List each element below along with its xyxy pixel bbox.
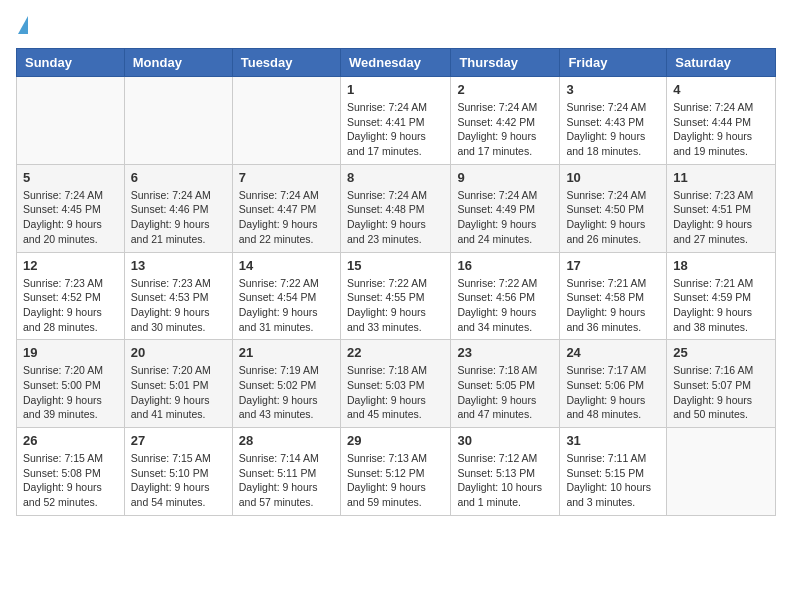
day-number: 27 bbox=[131, 433, 226, 448]
day-info: Sunrise: 7:13 AM Sunset: 5:12 PM Dayligh… bbox=[347, 451, 444, 510]
logo bbox=[16, 16, 28, 36]
day-info: Sunrise: 7:22 AM Sunset: 4:56 PM Dayligh… bbox=[457, 276, 553, 335]
day-number: 30 bbox=[457, 433, 553, 448]
day-info: Sunrise: 7:23 AM Sunset: 4:52 PM Dayligh… bbox=[23, 276, 118, 335]
day-number: 19 bbox=[23, 345, 118, 360]
day-number: 3 bbox=[566, 82, 660, 97]
calendar-header-wednesday: Wednesday bbox=[340, 49, 450, 77]
calendar-cell: 5Sunrise: 7:24 AM Sunset: 4:45 PM Daylig… bbox=[17, 164, 125, 252]
calendar-cell: 21Sunrise: 7:19 AM Sunset: 5:02 PM Dayli… bbox=[232, 340, 340, 428]
day-info: Sunrise: 7:24 AM Sunset: 4:42 PM Dayligh… bbox=[457, 100, 553, 159]
calendar-cell: 9Sunrise: 7:24 AM Sunset: 4:49 PM Daylig… bbox=[451, 164, 560, 252]
calendar-header-monday: Monday bbox=[124, 49, 232, 77]
calendar-cell: 13Sunrise: 7:23 AM Sunset: 4:53 PM Dayli… bbox=[124, 252, 232, 340]
day-number: 13 bbox=[131, 258, 226, 273]
day-info: Sunrise: 7:20 AM Sunset: 5:00 PM Dayligh… bbox=[23, 363, 118, 422]
calendar-cell: 6Sunrise: 7:24 AM Sunset: 4:46 PM Daylig… bbox=[124, 164, 232, 252]
day-number: 21 bbox=[239, 345, 334, 360]
day-number: 31 bbox=[566, 433, 660, 448]
calendar-cell: 7Sunrise: 7:24 AM Sunset: 4:47 PM Daylig… bbox=[232, 164, 340, 252]
day-info: Sunrise: 7:23 AM Sunset: 4:53 PM Dayligh… bbox=[131, 276, 226, 335]
day-number: 9 bbox=[457, 170, 553, 185]
day-number: 26 bbox=[23, 433, 118, 448]
calendar-week-row: 12Sunrise: 7:23 AM Sunset: 4:52 PM Dayli… bbox=[17, 252, 776, 340]
day-number: 11 bbox=[673, 170, 769, 185]
calendar-cell bbox=[124, 77, 232, 165]
day-info: Sunrise: 7:16 AM Sunset: 5:07 PM Dayligh… bbox=[673, 363, 769, 422]
calendar-table: SundayMondayTuesdayWednesdayThursdayFrid… bbox=[16, 48, 776, 516]
day-info: Sunrise: 7:24 AM Sunset: 4:47 PM Dayligh… bbox=[239, 188, 334, 247]
calendar-header-thursday: Thursday bbox=[451, 49, 560, 77]
calendar-cell: 19Sunrise: 7:20 AM Sunset: 5:00 PM Dayli… bbox=[17, 340, 125, 428]
logo-icon bbox=[18, 16, 28, 34]
day-info: Sunrise: 7:24 AM Sunset: 4:43 PM Dayligh… bbox=[566, 100, 660, 159]
calendar-header-tuesday: Tuesday bbox=[232, 49, 340, 77]
day-info: Sunrise: 7:20 AM Sunset: 5:01 PM Dayligh… bbox=[131, 363, 226, 422]
day-number: 17 bbox=[566, 258, 660, 273]
calendar-cell: 24Sunrise: 7:17 AM Sunset: 5:06 PM Dayli… bbox=[560, 340, 667, 428]
calendar-cell: 3Sunrise: 7:24 AM Sunset: 4:43 PM Daylig… bbox=[560, 77, 667, 165]
day-number: 29 bbox=[347, 433, 444, 448]
day-number: 2 bbox=[457, 82, 553, 97]
day-info: Sunrise: 7:15 AM Sunset: 5:10 PM Dayligh… bbox=[131, 451, 226, 510]
calendar-cell: 14Sunrise: 7:22 AM Sunset: 4:54 PM Dayli… bbox=[232, 252, 340, 340]
calendar-cell: 8Sunrise: 7:24 AM Sunset: 4:48 PM Daylig… bbox=[340, 164, 450, 252]
calendar-cell: 1Sunrise: 7:24 AM Sunset: 4:41 PM Daylig… bbox=[340, 77, 450, 165]
day-info: Sunrise: 7:24 AM Sunset: 4:41 PM Dayligh… bbox=[347, 100, 444, 159]
page-header bbox=[16, 16, 776, 36]
day-info: Sunrise: 7:24 AM Sunset: 4:46 PM Dayligh… bbox=[131, 188, 226, 247]
day-number: 4 bbox=[673, 82, 769, 97]
calendar-cell: 25Sunrise: 7:16 AM Sunset: 5:07 PM Dayli… bbox=[667, 340, 776, 428]
calendar-header-sunday: Sunday bbox=[17, 49, 125, 77]
calendar-cell: 4Sunrise: 7:24 AM Sunset: 4:44 PM Daylig… bbox=[667, 77, 776, 165]
day-info: Sunrise: 7:24 AM Sunset: 4:44 PM Dayligh… bbox=[673, 100, 769, 159]
calendar-week-row: 26Sunrise: 7:15 AM Sunset: 5:08 PM Dayli… bbox=[17, 428, 776, 516]
day-info: Sunrise: 7:24 AM Sunset: 4:45 PM Dayligh… bbox=[23, 188, 118, 247]
day-number: 25 bbox=[673, 345, 769, 360]
calendar-cell: 31Sunrise: 7:11 AM Sunset: 5:15 PM Dayli… bbox=[560, 428, 667, 516]
day-number: 5 bbox=[23, 170, 118, 185]
day-info: Sunrise: 7:24 AM Sunset: 4:50 PM Dayligh… bbox=[566, 188, 660, 247]
calendar-header-friday: Friday bbox=[560, 49, 667, 77]
calendar-cell bbox=[232, 77, 340, 165]
calendar-cell: 16Sunrise: 7:22 AM Sunset: 4:56 PM Dayli… bbox=[451, 252, 560, 340]
day-number: 12 bbox=[23, 258, 118, 273]
day-info: Sunrise: 7:23 AM Sunset: 4:51 PM Dayligh… bbox=[673, 188, 769, 247]
calendar-cell: 27Sunrise: 7:15 AM Sunset: 5:10 PM Dayli… bbox=[124, 428, 232, 516]
day-number: 8 bbox=[347, 170, 444, 185]
day-info: Sunrise: 7:17 AM Sunset: 5:06 PM Dayligh… bbox=[566, 363, 660, 422]
day-info: Sunrise: 7:18 AM Sunset: 5:05 PM Dayligh… bbox=[457, 363, 553, 422]
calendar-cell: 20Sunrise: 7:20 AM Sunset: 5:01 PM Dayli… bbox=[124, 340, 232, 428]
calendar-cell: 23Sunrise: 7:18 AM Sunset: 5:05 PM Dayli… bbox=[451, 340, 560, 428]
day-number: 22 bbox=[347, 345, 444, 360]
calendar-cell: 2Sunrise: 7:24 AM Sunset: 4:42 PM Daylig… bbox=[451, 77, 560, 165]
day-info: Sunrise: 7:18 AM Sunset: 5:03 PM Dayligh… bbox=[347, 363, 444, 422]
day-number: 28 bbox=[239, 433, 334, 448]
day-info: Sunrise: 7:22 AM Sunset: 4:55 PM Dayligh… bbox=[347, 276, 444, 335]
calendar-header-row: SundayMondayTuesdayWednesdayThursdayFrid… bbox=[17, 49, 776, 77]
day-number: 16 bbox=[457, 258, 553, 273]
calendar-cell: 12Sunrise: 7:23 AM Sunset: 4:52 PM Dayli… bbox=[17, 252, 125, 340]
calendar-cell: 29Sunrise: 7:13 AM Sunset: 5:12 PM Dayli… bbox=[340, 428, 450, 516]
calendar-cell: 17Sunrise: 7:21 AM Sunset: 4:58 PM Dayli… bbox=[560, 252, 667, 340]
day-number: 15 bbox=[347, 258, 444, 273]
day-info: Sunrise: 7:21 AM Sunset: 4:59 PM Dayligh… bbox=[673, 276, 769, 335]
calendar-cell bbox=[667, 428, 776, 516]
day-number: 18 bbox=[673, 258, 769, 273]
day-number: 24 bbox=[566, 345, 660, 360]
calendar-cell: 30Sunrise: 7:12 AM Sunset: 5:13 PM Dayli… bbox=[451, 428, 560, 516]
calendar-cell: 18Sunrise: 7:21 AM Sunset: 4:59 PM Dayli… bbox=[667, 252, 776, 340]
day-info: Sunrise: 7:24 AM Sunset: 4:48 PM Dayligh… bbox=[347, 188, 444, 247]
day-number: 14 bbox=[239, 258, 334, 273]
day-number: 23 bbox=[457, 345, 553, 360]
calendar-cell bbox=[17, 77, 125, 165]
day-number: 7 bbox=[239, 170, 334, 185]
day-number: 20 bbox=[131, 345, 226, 360]
day-number: 1 bbox=[347, 82, 444, 97]
calendar-cell: 22Sunrise: 7:18 AM Sunset: 5:03 PM Dayli… bbox=[340, 340, 450, 428]
day-info: Sunrise: 7:15 AM Sunset: 5:08 PM Dayligh… bbox=[23, 451, 118, 510]
day-number: 10 bbox=[566, 170, 660, 185]
day-number: 6 bbox=[131, 170, 226, 185]
calendar-cell: 11Sunrise: 7:23 AM Sunset: 4:51 PM Dayli… bbox=[667, 164, 776, 252]
calendar-week-row: 1Sunrise: 7:24 AM Sunset: 4:41 PM Daylig… bbox=[17, 77, 776, 165]
